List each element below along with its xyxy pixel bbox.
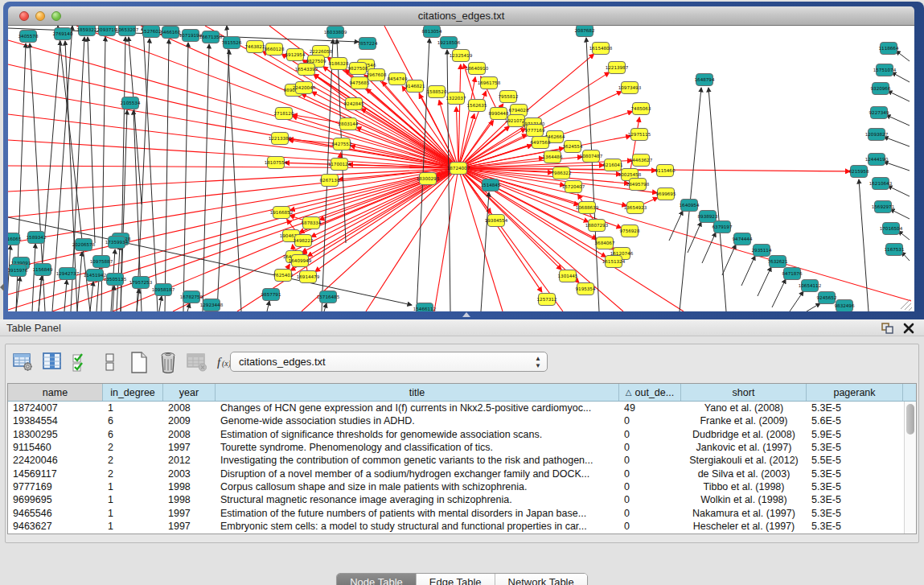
graph-node[interactable]: 17957253 (129, 277, 153, 289)
graph-node[interactable]: 11700124 (328, 159, 351, 171)
graph-node[interactable]: 9832496 (835, 300, 855, 312)
graph-node[interactable]: 9115460 (655, 165, 676, 177)
graph-node[interactable]: 10975887 (90, 256, 113, 268)
graph-node[interactable]: 3405578 (18, 31, 39, 43)
graph-node[interactable]: 1527602 (142, 26, 162, 38)
delete-rows-button[interactable] (157, 352, 179, 373)
table-row[interactable]: 911546021997Tourette syndrome. Phenomeno… (8, 441, 904, 454)
graph-node[interactable]: 9756928 (620, 225, 640, 237)
graph-node[interactable]: 13505135 (104, 274, 127, 286)
graph-node[interactable]: 1859322 (77, 26, 97, 36)
graph-node[interactable]: 1514845 (481, 179, 501, 192)
graph-node[interactable]: 9227349 (869, 107, 889, 119)
graph-node[interactable]: 7815526 (222, 37, 242, 49)
graph-node[interactable]: 17016504 (880, 223, 903, 235)
graph-node[interactable]: 2516065 (8, 233, 22, 245)
graph-node[interactable]: 16782759 (180, 291, 203, 303)
graph-node[interactable]: 9242845 (344, 98, 364, 110)
graph-node[interactable]: 12213380 (269, 133, 292, 145)
graph-node[interactable]: 1257312 (537, 294, 557, 306)
graph-node[interactable]: 3915976 (8, 265, 28, 277)
graph-node[interactable]: 1588520 (427, 86, 447, 98)
graph-node[interactable]: 7463822 (245, 41, 265, 53)
float-panel-icon[interactable] (881, 323, 893, 334)
graph-node[interactable]: 5912954 (285, 49, 306, 61)
graph-node[interactable]: 15692971 (872, 201, 895, 213)
graph-node[interactable]: 1640954 (680, 200, 700, 212)
column-header-pagerank[interactable]: pagerank (807, 384, 903, 401)
graph-node[interactable]: 22420046 (293, 82, 316, 94)
network-canvas[interactable]: 1872400774638228660128591295422226058982… (8, 26, 914, 311)
graph-node[interactable]: 19384554 (485, 215, 508, 227)
graph-node[interactable]: 19218506 (437, 37, 461, 49)
graph-node[interactable]: 16914479 (297, 271, 320, 283)
table-row[interactable]: 946362711997Embryonic stem cells: a mode… (8, 520, 904, 533)
graph-node[interactable]: 10688639 (576, 202, 599, 214)
table-row[interactable]: 1456911722003Disruption of a novel membe… (8, 467, 904, 480)
graph-node[interactable]: 9146821 (405, 80, 425, 93)
graph-node[interactable]: 3684067 (595, 237, 615, 249)
graph-node[interactable]: 2105534 (121, 97, 141, 109)
graph-node[interactable]: 9857791 (261, 289, 281, 301)
graph-node[interactable]: 12093827 (865, 129, 889, 141)
graph-node[interactable]: 1322037 (446, 93, 466, 105)
graph-node[interactable]: 2769140 (53, 28, 73, 40)
tab-network-table[interactable]: Network Table (495, 574, 587, 585)
table-row[interactable]: 2242004622012Investigating the contribut… (8, 454, 904, 467)
graph-node[interactable]: 10973493 (618, 82, 642, 94)
graph-node[interactable]: 18807293 (585, 220, 609, 232)
graph-node[interactable]: 9777169 (525, 125, 545, 137)
graph-node[interactable]: 15466112 (413, 303, 436, 312)
graph-node[interactable]: 12444190 (865, 154, 889, 166)
column-header-year[interactable]: year (163, 384, 216, 401)
graph-node[interactable]: 9320966 (871, 83, 891, 95)
graph-node[interactable]: 12923448 (200, 299, 224, 311)
graph-node[interactable]: 10654112 (799, 280, 821, 292)
graph-node[interactable]: 16543392 (295, 64, 318, 76)
table-row[interactable]: 977716911998Corpus callosum shape and si… (8, 480, 904, 493)
graph-node[interactable]: 2718120 (274, 108, 294, 120)
graph-node[interactable]: 7986322 (552, 167, 572, 179)
graph-node[interactable]: 9827508 (348, 63, 368, 75)
graph-node[interactable]: 7857224 (358, 38, 378, 50)
graph-node[interactable]: 8267130 (320, 175, 340, 187)
graph-node[interactable]: 7632621 (768, 256, 788, 268)
show-columns-button[interactable] (41, 352, 63, 373)
graph-node[interactable]: 12213987 (606, 62, 629, 74)
graph-node[interactable]: 16409949 (289, 255, 312, 267)
graph-node[interactable]: 3624554 (563, 141, 583, 153)
graph-node[interactable]: 12942737 (56, 268, 80, 280)
new-table-button[interactable] (128, 352, 150, 373)
graph-node[interactable]: 8938923 (698, 211, 718, 223)
graph-node[interactable]: 28495798 (626, 179, 650, 191)
table-row[interactable]: 1938455462009Genome-wide association stu… (8, 414, 904, 427)
graph-node[interactable]: 18640910 (466, 63, 489, 75)
graph-node[interactable]: 8471876 (782, 268, 803, 280)
network-selector[interactable]: citations_edges.txt ▲▼ (230, 352, 548, 372)
tab-node-table[interactable]: Node Table (337, 574, 417, 585)
graph-node[interactable]: 3498222 (294, 235, 314, 247)
graph-node[interactable]: 19166852 (270, 207, 293, 219)
graph-node[interactable]: 16961758 (478, 77, 501, 89)
graph-node[interactable]: 1648794 (695, 74, 715, 86)
graph-node[interactable]: 17359934 (105, 237, 129, 249)
graph-node[interactable]: 15751074 (873, 64, 897, 76)
graph-node[interactable]: 16154808 (589, 43, 613, 55)
graph-node[interactable]: 18107554 (265, 157, 288, 169)
graph-node[interactable]: 9245652 (817, 292, 837, 304)
graph-node[interactable]: 12975115 (628, 129, 651, 141)
graph-node[interactable]: 14463627 (630, 154, 653, 167)
table-row[interactable]: 946554611997Estimation of the future num… (8, 506, 904, 519)
table-scrollbar-thumb[interactable] (906, 404, 914, 435)
graph-node[interactable]: 10958187 (152, 284, 175, 296)
graph-node[interactable]: 9195354 (576, 283, 596, 295)
graph-node[interactable]: 5878334 (302, 217, 322, 229)
graph-node[interactable]: 2935114 (752, 245, 772, 257)
graph-node[interactable]: 9475685 (350, 77, 370, 89)
splitter-handle[interactable] (462, 312, 470, 317)
delete-table-button[interactable] (186, 352, 207, 373)
column-header-short[interactable]: short (681, 384, 807, 401)
column-header-name[interactable]: name (8, 384, 103, 401)
graph-node[interactable]: 7955812 (499, 91, 519, 103)
graph-node[interactable]: 2967608 (367, 69, 387, 81)
